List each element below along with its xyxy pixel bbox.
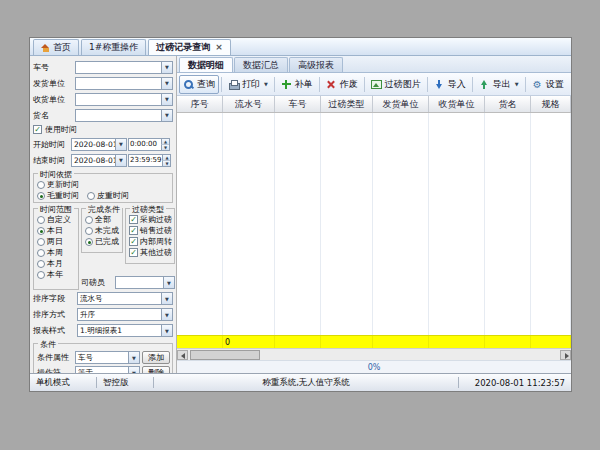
calendar-dropdown-icon[interactable]: ▼ <box>115 155 126 166</box>
add-condition-button[interactable]: 添加 <box>142 351 170 364</box>
receiver-combo[interactable]: ▼ <box>75 93 173 106</box>
radio-this-month[interactable]: 本月 <box>37 258 76 269</box>
option-label: 两日 <box>47 236 63 247</box>
radio-this-year[interactable]: 本年 <box>37 269 76 280</box>
condition-attr-combo[interactable]: 车号 ▼ <box>75 351 140 364</box>
delete-condition-button[interactable]: 删除 <box>142 366 170 373</box>
option-label: 本月 <box>47 258 63 269</box>
grid-column <box>223 113 275 335</box>
scroll-left-icon[interactable] <box>177 350 188 360</box>
radio-unfinished[interactable]: 未完成 <box>85 225 120 236</box>
radio-this-week[interactable]: 本周 <box>37 247 76 258</box>
summary-count: 0 <box>223 336 275 348</box>
chevron-down-icon[interactable]: ▼ <box>161 325 172 336</box>
column-header-vehicle[interactable]: 车号 <box>275 96 321 112</box>
end-time-row: 结束时间 2020-08-01 ▼ 23:59:59 ▲▼ <box>33 152 173 168</box>
tab-home[interactable]: 首页 <box>33 39 79 55</box>
end-date-picker[interactable]: 2020-08-01 ▼ <box>71 154 127 167</box>
spinner-buttons[interactable]: ▲▼ <box>161 139 169 150</box>
spinner-buttons[interactable]: ▲▼ <box>162 155 170 166</box>
radio-update-time[interactable]: 更新时间 <box>37 179 79 190</box>
sort-order-combo[interactable]: 升序 ▼ <box>77 308 173 321</box>
export-button[interactable]: 导出 ▼ <box>475 75 523 94</box>
column-header-shipper[interactable]: 发货单位 <box>373 96 429 112</box>
time-basis-line2: 毛重时间 皮重时间 <box>37 190 170 201</box>
close-icon[interactable]: × <box>215 43 223 52</box>
checkbox-icon[interactable]: ✓ <box>33 125 42 134</box>
tab-weighing-operation[interactable]: 1#称重操作 <box>81 39 146 55</box>
operator-row: 司磅员 ▼ <box>81 275 175 290</box>
radio-all[interactable]: 全部 <box>85 214 120 225</box>
radio-tare-time[interactable]: 皮重时间 <box>87 190 129 201</box>
start-date-picker[interactable]: 2020-08-01 ▼ <box>71 138 127 151</box>
column-header-serial[interactable]: 流水号 <box>223 96 275 112</box>
print-button[interactable]: 打印 ▼ <box>224 75 272 94</box>
condition-op-combo[interactable]: 等于 ▼ <box>75 366 140 373</box>
filter-groups-top: 完成条件 全部 未完成 已完成 过磅类型 ✓采购过磅 ✓销售过磅 ✓内部周转 ✓… <box>81 208 175 264</box>
time-range-title: 时间范围 <box>38 204 74 215</box>
checkbox-checked-icon: ✓ <box>129 237 138 246</box>
chevron-down-icon[interactable]: ▼ <box>128 352 139 363</box>
import-button[interactable]: 导入 <box>430 75 470 94</box>
checkbox-internal-transfer[interactable]: ✓内部周转 <box>129 236 172 247</box>
start-time-row: 开始时间 2020-08-01 ▼ 0:00:00 ▲▼ <box>33 136 173 152</box>
column-header-spec[interactable]: 规格 <box>531 96 571 112</box>
chevron-down-icon[interactable]: ▼ <box>515 81 519 87</box>
scroll-right-icon[interactable] <box>560 350 571 360</box>
supplement-order-button[interactable]: 补单 <box>277 75 317 94</box>
combo-value: 升序 <box>80 310 95 320</box>
grid-column <box>531 113 571 335</box>
status-datetime: 2020-08-01 11:23:57 <box>459 378 571 388</box>
spin-down-icon[interactable]: ▼ <box>161 145 169 150</box>
chevron-down-icon[interactable]: ▼ <box>161 78 172 89</box>
option-label: 本周 <box>47 247 63 258</box>
tab-data-detail[interactable]: 数据明细 <box>179 57 233 72</box>
tab-weighing-record-query[interactable]: 过磅记录查询 × <box>148 39 231 55</box>
chevron-down-icon[interactable]: ▼ <box>161 309 172 320</box>
grid-body[interactable] <box>177 113 571 335</box>
weigh-type-group: 过磅类型 ✓采购过磅 ✓销售过磅 ✓内部周转 ✓其他过磅 <box>125 208 175 264</box>
query-button[interactable]: 查询 <box>179 75 219 94</box>
calendar-dropdown-icon[interactable]: ▼ <box>115 139 126 150</box>
chevron-down-icon[interactable]: ▼ <box>161 110 172 121</box>
scrollbar-thumb[interactable] <box>190 350 260 360</box>
status-mode: 单机模式 <box>30 377 96 389</box>
report-style-combo[interactable]: 1.明细报表1 ▼ <box>77 324 173 337</box>
checkbox-sales-weigh[interactable]: ✓销售过磅 <box>129 225 172 236</box>
chevron-down-icon[interactable]: ▼ <box>163 277 174 288</box>
data-tabs: 数据明细 数据汇总 高级报表 <box>177 56 571 73</box>
column-header-goods[interactable]: 货名 <box>485 96 531 112</box>
start-time-spinner[interactable]: 0:00:00 ▲▼ <box>128 138 170 151</box>
use-time-checkbox-row[interactable]: ✓ 使用时间 <box>33 123 173 136</box>
checkbox-purchase-weigh[interactable]: ✓采购过磅 <box>129 214 172 225</box>
tab-data-summary[interactable]: 数据汇总 <box>234 57 288 72</box>
column-header-receiver[interactable]: 收货单位 <box>429 96 485 112</box>
checkbox-other-weigh[interactable]: ✓其他过磅 <box>129 247 172 258</box>
weigh-photos-button[interactable]: 过磅图片 <box>367 75 425 94</box>
shipper-combo[interactable]: ▼ <box>75 77 173 90</box>
operator-combo[interactable]: ▼ <box>115 276 175 289</box>
vehicle-combo[interactable]: ▼ <box>75 61 173 74</box>
sort-field-combo[interactable]: 流水号 ▼ <box>77 292 173 305</box>
spin-down-icon[interactable]: ▼ <box>162 161 170 166</box>
horizontal-scrollbar[interactable] <box>177 348 571 360</box>
sort-order-label: 排序方式 <box>33 309 77 320</box>
grid-column <box>321 113 373 335</box>
chevron-down-icon[interactable]: ▼ <box>161 293 172 304</box>
tab-advanced-report[interactable]: 高级报表 <box>289 57 343 72</box>
chevron-down-icon[interactable]: ▼ <box>161 94 172 105</box>
chevron-down-icon[interactable]: ▼ <box>161 62 172 73</box>
goods-combo[interactable]: ▼ <box>75 109 173 122</box>
radio-finished[interactable]: 已完成 <box>85 236 120 247</box>
radio-gross-time[interactable]: 毛重时间 <box>37 190 79 201</box>
end-time-spinner[interactable]: 23:59:59 ▲▼ <box>128 154 171 167</box>
chevron-down-icon[interactable]: ▼ <box>128 367 139 373</box>
settings-button[interactable]: ⚙ 设置 <box>528 75 568 94</box>
column-header-weigh-type[interactable]: 过磅类型 <box>321 96 373 112</box>
radio-two-days[interactable]: 两日 <box>37 236 76 247</box>
void-button[interactable]: 作废 <box>322 75 362 94</box>
radio-today[interactable]: 本日 <box>37 225 76 236</box>
chevron-down-icon[interactable]: ▼ <box>264 81 268 87</box>
column-header-seq[interactable]: 序号 <box>177 96 223 112</box>
radio-custom[interactable]: 自定义 <box>37 214 76 225</box>
